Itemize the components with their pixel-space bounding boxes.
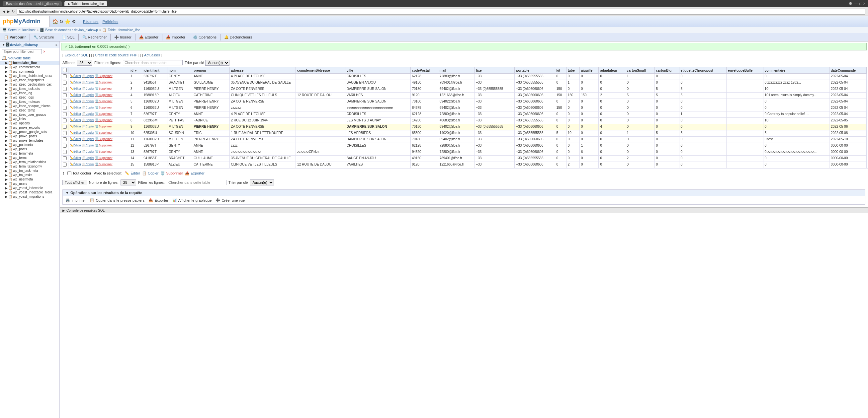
sidebar-item-wp_itsec_geolocation_cac[interactable]: ▶ 📋 wp_itsec_geolocation_cac <box>0 82 59 86</box>
row-checkbox[interactable] <box>63 93 67 97</box>
delete-row-btn[interactable]: 🗑️Supprimer <box>95 106 113 109</box>
sort-key-select[interactable]: Aucun(e) <box>205 60 229 66</box>
sidebar-hide-icon[interactable]: » <box>56 43 57 47</box>
toolbar-inserer[interactable]: ➕ Insérer <box>112 35 134 40</box>
toolbar-importer[interactable]: 📥 Importer <box>163 35 188 40</box>
sidebar-item-wp_tm_taskmeta[interactable]: ▶ 📋 wp_tm_taskmeta <box>0 169 59 173</box>
db-breadcrumb[interactable]: Base de données : devlab_diabowp <box>45 28 98 32</box>
edit-row-btn[interactable]: ✏️Éditer <box>70 118 81 122</box>
header-adresse[interactable]: adresse <box>229 67 296 74</box>
edit-row-btn[interactable]: ✏️Éditer <box>70 131 81 134</box>
row-checkbox[interactable] <box>63 81 67 84</box>
sidebar-item-wp_yoast_indexable_hiera[interactable]: ▶ 📋 wp_yoast_indexable_hiera <box>0 190 59 195</box>
sidebar-item-wp_pmxe_google_cats[interactable]: ▶ 📋 wp_pmxe_google_cats <box>0 130 59 134</box>
copy-row-btn[interactable]: 📋Copier <box>82 131 95 134</box>
select-all-checkbox[interactable] <box>63 68 67 72</box>
edit-row-btn[interactable]: ✏️Éditer <box>70 137 81 141</box>
toolbar-structure[interactable]: 🔧 Structure <box>31 35 57 40</box>
header-codePostal[interactable]: codePostal <box>410 67 438 74</box>
edit-row-btn[interactable]: ✏️Éditer <box>70 150 81 153</box>
header-aiguille[interactable]: aiguille <box>580 67 599 74</box>
recent-icon[interactable]: ⭐ <box>65 19 70 24</box>
sidebar-item-wp_itsec_opaque_tokens[interactable]: ▶ 📋 wp_itsec_opaque_tokens <box>0 104 59 108</box>
row-checkbox[interactable] <box>63 131 67 135</box>
delete-selection-btn[interactable]: 🗑️ Supprimer <box>160 171 183 175</box>
sidebar-item-wp_itsec_mutexes[interactable]: ▶ 📋 wp_itsec_mutexes <box>0 100 59 104</box>
filter-rows-input[interactable] <box>123 60 183 65</box>
row-checkbox[interactable] <box>63 74 67 78</box>
header-etiquetteChronopost[interactable]: etiquetteChronopost <box>679 67 726 74</box>
delete-row-btn[interactable]: 🗑️Supprimer <box>95 118 113 122</box>
sidebar-filter-input[interactable] <box>2 49 42 54</box>
edit-row-btn[interactable]: ✏️Éditer <box>70 112 81 115</box>
header-adaptateur[interactable]: adaptateur <box>599 67 625 74</box>
sidebar-item-wp_pmxe_templates[interactable]: ▶ 📋 wp_pmxe_templates <box>0 138 59 143</box>
copy-row-btn[interactable]: 📋Copier <box>82 156 95 160</box>
sidebar-item-wp_term_taxonomy[interactable]: ▶ 📋 wp_term_taxonomy <box>0 164 59 169</box>
delete-row-btn[interactable]: 🗑️Supprimer <box>95 93 113 97</box>
sidebar-item-wp_tm_tasks[interactable]: ▶ 📋 wp_tm_tasks <box>0 173 59 177</box>
delete-row-btn[interactable]: 🗑️Supprimer <box>95 87 113 90</box>
back-icon[interactable]: ◀ <box>3 10 5 13</box>
header-commentaire[interactable]: commentaire <box>763 67 830 74</box>
copy-row-btn[interactable]: 📋Copier <box>82 137 95 141</box>
sidebar-item-wp_pmxe_posts[interactable]: ▶ 📋 wp_pmxe_posts <box>0 134 59 138</box>
toolbar-operations[interactable]: ⚙️ Opérations <box>190 35 219 40</box>
header-complementAdresse[interactable]: complementAdresse <box>296 67 345 74</box>
sidebar-item-wp_comments[interactable]: ▶ 📋 wp_comments <box>0 69 59 74</box>
settings-icon2[interactable]: ⚙ <box>72 19 76 24</box>
browser-tab-1[interactable]: Base de données : devlab_diabowp <box>3 1 62 6</box>
sidebar-item-wp_itsec_temp[interactable]: ▶ 📋 wp_itsec_temp <box>0 108 59 112</box>
url-input[interactable] <box>17 9 865 14</box>
header-identifiant[interactable]: identifiant <box>142 67 167 74</box>
edit-row-btn[interactable]: ✏️Éditer <box>70 81 81 84</box>
sidebar-item-wp_yoast_migrations[interactable]: ▶ 📋 wp_yoast_migrations <box>0 195 59 199</box>
sidebar-item-wp_postmeta[interactable]: ▶ 📋 wp_postmeta <box>0 143 59 147</box>
edit-selection-btn[interactable]: ✏️ Éditer <box>125 171 140 175</box>
sidebar-item-wp_itsec_fingerprints[interactable]: ▶ 📋 wp_itsec_fingerprints <box>0 78 59 82</box>
sidebar-item-wp_itsec_user_groups[interactable]: ▶ 📋 wp_itsec_user_groups <box>0 112 59 117</box>
edit-row-btn[interactable]: ✏️Éditer <box>70 93 81 97</box>
edit-row-btn[interactable]: ✏️Éditer <box>70 125 81 128</box>
edit-row-btn[interactable]: ✏️Éditer <box>70 100 81 103</box>
header-id[interactable]: id ▼ <box>129 67 142 74</box>
new-table-link[interactable]: 📋 Nouvelle table <box>0 55 59 61</box>
delete-row-btn[interactable]: 🗑️Supprimer <box>95 131 113 134</box>
copy-row-btn[interactable]: 📋Copier <box>82 93 95 97</box>
header-mail[interactable]: mail <box>438 67 474 74</box>
export-selection-btn[interactable]: 📤 Exporter <box>185 171 205 175</box>
delete-row-btn[interactable]: 🗑️Supprimer <box>95 137 113 141</box>
header-kit[interactable]: kit <box>555 67 566 74</box>
copy-selection-btn[interactable]: 📋 Copier <box>142 171 158 175</box>
copy-row-btn[interactable]: 📋Copier <box>82 106 95 109</box>
number-rows-select[interactable]: 2550100 <box>121 179 136 185</box>
refresh-db-icon[interactable]: ↻ <box>59 19 63 24</box>
delete-row-btn[interactable]: 🗑️Supprimer <box>95 156 113 160</box>
forward-icon[interactable]: ▶ <box>7 10 10 13</box>
ops-section-title[interactable]: ▼ Opérations sur les résultats de la req… <box>63 190 865 196</box>
show-all-btn[interactable]: Tout afficher <box>62 180 87 185</box>
filter-input-bottom[interactable] <box>167 180 226 185</box>
header-prenom[interactable]: prenom <box>192 67 229 74</box>
row-checkbox[interactable] <box>63 112 67 116</box>
header-fixe[interactable]: fixe <box>474 67 515 74</box>
header-tube[interactable]: tube <box>566 67 580 74</box>
row-checkbox[interactable] <box>63 144 67 148</box>
copy-row-btn[interactable]: 📋Copier <box>82 112 95 115</box>
toolbar-sql[interactable]: 📄 SQL <box>59 35 78 40</box>
sidebar-item-wp_terms[interactable]: ▶ 📋 wp_terms <box>0 155 59 160</box>
sidebar-item-wp_posts[interactable]: ▶ 📋 wp_posts <box>0 147 59 151</box>
edit-row-btn[interactable]: ✏️Éditer <box>70 163 81 166</box>
header-cartonSmall[interactable]: cartonSmall <box>625 67 654 74</box>
delete-row-btn[interactable]: 🗑️Supprimer <box>95 125 113 128</box>
delete-row-btn[interactable]: 🗑️Supprimer <box>95 81 113 84</box>
header-enveloppeBulle[interactable]: enveloppeBulle <box>726 67 763 74</box>
copy-row-btn[interactable]: 📋Copier <box>82 144 95 147</box>
server-breadcrumb[interactable]: Serveur : localhost <box>8 28 35 32</box>
refresh-icon[interactable]: ↻ <box>12 10 14 13</box>
preferees-link[interactable]: Préférées <box>102 20 118 24</box>
row-checkbox[interactable] <box>63 100 67 104</box>
delete-row-btn[interactable]: 🗑️Supprimer <box>95 100 113 103</box>
show-chart-btn[interactable]: 📊 Afficher le graphique <box>172 198 212 202</box>
edit-row-btn[interactable]: ✏️Éditer <box>70 74 81 78</box>
